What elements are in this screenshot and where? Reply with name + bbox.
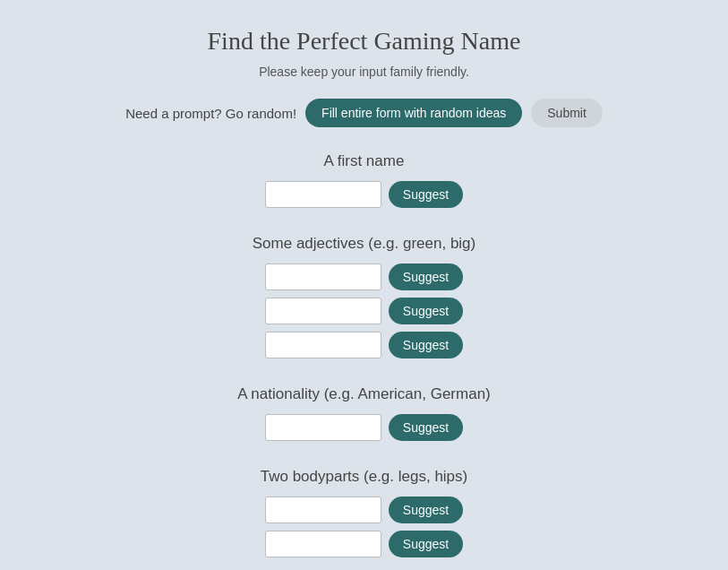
nationality-section: A nationality (e.g. American, German) Su… [123, 385, 606, 448]
first-name-input[interactable] [265, 181, 381, 208]
first-name-input-row: Suggest [123, 181, 606, 208]
first-name-label: A first name [123, 152, 606, 170]
adjective-2-input-row: Suggest [123, 298, 606, 324]
adjective-3-input-row: Suggest [123, 332, 606, 358]
adjective-2-suggest-button[interactable]: Suggest [389, 298, 463, 324]
nationality-input[interactable] [265, 414, 381, 441]
bodypart-2-input[interactable] [265, 531, 381, 557]
nationality-input-row: Suggest [123, 414, 606, 441]
bodypart-1-input[interactable] [265, 497, 381, 523]
bodypart-1-input-row: Suggest [123, 497, 606, 523]
adjective-1-suggest-button[interactable]: Suggest [389, 263, 463, 290]
adjective-1-input-row: Suggest [123, 263, 606, 290]
bodyparts-section: Two bodyparts (e.g. legs, hips) Suggest … [123, 468, 606, 565]
bodyparts-label: Two bodyparts (e.g. legs, hips) [123, 468, 606, 486]
adjectives-section: Some adjectives (e.g. green, big) Sugges… [123, 235, 606, 366]
page-title: Find the Perfect Gaming Name [208, 27, 521, 56]
bodypart-1-suggest-button[interactable]: Suggest [389, 497, 463, 523]
nationality-label: A nationality (e.g. American, German) [123, 385, 606, 403]
adjective-3-input[interactable] [265, 332, 381, 358]
bodypart-2-input-row: Suggest [123, 531, 606, 557]
random-prompt-text: Need a prompt? Go random! [125, 106, 296, 121]
first-name-suggest-button[interactable]: Suggest [389, 181, 463, 208]
adjective-3-suggest-button[interactable]: Suggest [389, 332, 463, 358]
subtitle: Please keep your input family friendly. [259, 65, 469, 79]
adjectives-label: Some adjectives (e.g. green, big) [123, 235, 606, 253]
nationality-suggest-button[interactable]: Suggest [389, 414, 463, 441]
adjective-2-input[interactable] [265, 298, 381, 324]
bodypart-2-suggest-button[interactable]: Suggest [389, 531, 463, 557]
first-name-section: A first name Suggest [123, 152, 606, 215]
fill-random-button[interactable]: Fill entire form with random ideas [305, 99, 522, 127]
random-prompt-row: Need a prompt? Go random! Fill entire fo… [125, 99, 603, 127]
submit-button[interactable]: Submit [531, 99, 603, 127]
adjective-1-input[interactable] [265, 263, 381, 290]
